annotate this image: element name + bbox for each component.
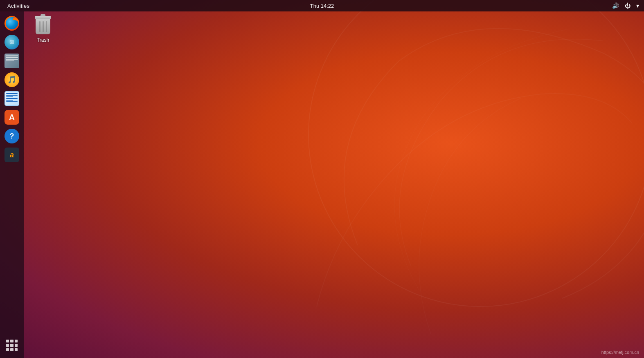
svg-point-0	[308, 0, 644, 307]
firefox-icon	[5, 16, 19, 31]
trash-icon	[34, 16, 52, 36]
dock-item-firefox[interactable]	[3, 15, 20, 32]
amazon-icon: a	[5, 148, 19, 162]
trash-handle	[41, 14, 45, 16]
files-icon	[5, 54, 19, 68]
trash-lid	[35, 16, 51, 19]
datetime-display[interactable]: Thu 14:22	[310, 3, 334, 9]
bottom-url: https://mefj.com.cn	[601, 350, 639, 355]
rhythmbox-icon: 🎵	[5, 72, 19, 87]
dock-item-rhythmbox[interactable]: 🎵	[3, 71, 20, 88]
desktop-icons-area: Trash	[27, 14, 59, 49]
system-menu-arrow[interactable]: ▾	[635, 2, 641, 10]
desktop-icon-trash[interactable]: Trash	[27, 14, 59, 45]
topbar-right: 🔊 ⏻ ▾	[610, 2, 641, 10]
power-icon[interactable]: ⏻	[623, 2, 632, 10]
dock: 🎵 A ? a	[0, 11, 24, 358]
desktop: Activities Thu 14:22 🔊 ⏻ ▾	[0, 0, 644, 358]
writer-icon	[5, 91, 19, 106]
ubuntu-bg-logo	[235, 0, 644, 347]
dock-item-writer[interactable]	[3, 90, 20, 107]
dock-item-show-apps[interactable]	[3, 337, 20, 354]
dock-item-amazon[interactable]: a	[3, 146, 20, 163]
trash-body	[36, 19, 50, 34]
topbar: Activities Thu 14:22 🔊 ⏻ ▾	[0, 0, 644, 11]
dock-item-help[interactable]: ?	[3, 128, 20, 145]
dock-item-software[interactable]: A	[3, 109, 20, 126]
dock-item-thunderbird[interactable]	[3, 34, 20, 51]
activities-button[interactable]: Activities	[3, 3, 34, 9]
topbar-center: Thu 14:22	[310, 2, 334, 9]
software-icon: A	[5, 110, 19, 125]
help-icon: ?	[5, 129, 19, 143]
trash-label: Trash	[37, 37, 49, 43]
topbar-left: Activities	[3, 3, 34, 9]
thunderbird-icon	[5, 35, 19, 49]
show-apps-icon	[5, 338, 19, 353]
volume-icon[interactable]: 🔊	[610, 2, 621, 10]
dock-item-files[interactable]	[3, 52, 20, 69]
